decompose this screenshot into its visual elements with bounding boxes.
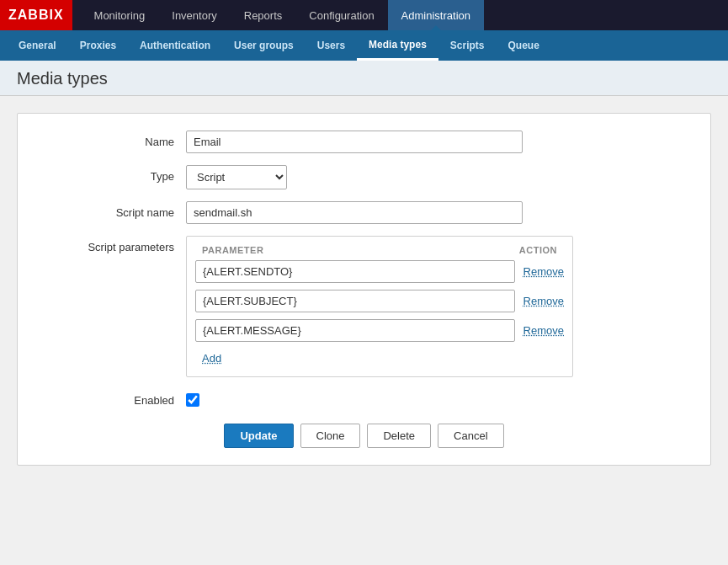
subnav-authentication[interactable]: Authentication bbox=[128, 30, 222, 61]
script-name-row: Script name bbox=[35, 201, 693, 224]
param-input-1[interactable] bbox=[195, 290, 515, 312]
param-col-header: PARAMETER bbox=[202, 245, 263, 255]
script-params-row: Script parameters PARAMETER ACTION Remov… bbox=[35, 236, 693, 377]
script-name-label: Script name bbox=[35, 201, 186, 219]
nav-configuration[interactable]: Configuration bbox=[295, 0, 387, 30]
param-row-1: Remove bbox=[195, 290, 564, 312]
param-input-0[interactable] bbox=[195, 260, 515, 283]
top-nav-items: Monitoring Inventory Reports Configurati… bbox=[81, 0, 484, 30]
remove-button-0[interactable]: Remove bbox=[523, 265, 564, 278]
sub-navigation: General Proxies Authentication User grou… bbox=[0, 30, 728, 61]
form-container: Name Type Script Email SMS Jabber Ez Tex… bbox=[17, 113, 711, 466]
nav-inventory[interactable]: Inventory bbox=[158, 0, 230, 30]
params-area: PARAMETER ACTION Remove Remove Remove Ad… bbox=[186, 236, 573, 377]
type-select[interactable]: Script Email SMS Jabber Ez Texting bbox=[186, 165, 287, 189]
logo: ZABBIX bbox=[0, 0, 72, 30]
subnav-user-groups[interactable]: User groups bbox=[222, 30, 306, 61]
type-label: Type bbox=[35, 165, 186, 183]
page-header: Media types bbox=[0, 61, 728, 96]
enabled-label: Enabled bbox=[35, 389, 186, 407]
name-label: Name bbox=[35, 131, 186, 148]
subnav-general[interactable]: General bbox=[7, 30, 68, 61]
remove-button-2[interactable]: Remove bbox=[523, 324, 564, 337]
clone-button[interactable]: Clone bbox=[300, 424, 361, 448]
button-row: Update Clone Delete Cancel bbox=[35, 424, 693, 448]
param-input-2[interactable] bbox=[195, 319, 515, 342]
nav-monitoring[interactable]: Monitoring bbox=[81, 0, 159, 30]
script-name-input[interactable] bbox=[186, 201, 523, 224]
subnav-proxies[interactable]: Proxies bbox=[68, 30, 128, 61]
enabled-checkbox[interactable] bbox=[186, 393, 199, 407]
update-button[interactable]: Update bbox=[224, 424, 293, 448]
param-row-2: Remove bbox=[195, 319, 564, 342]
subnav-queue[interactable]: Queue bbox=[497, 30, 551, 61]
params-header: PARAMETER ACTION bbox=[195, 245, 564, 260]
enabled-row: Enabled bbox=[35, 389, 693, 407]
name-row: Name bbox=[35, 131, 693, 153]
action-col-header: ACTION bbox=[519, 245, 557, 255]
nav-reports[interactable]: Reports bbox=[231, 0, 296, 30]
page-title: Media types bbox=[17, 69, 711, 88]
subnav-users[interactable]: Users bbox=[306, 30, 357, 61]
delete-button[interactable]: Delete bbox=[367, 424, 431, 448]
add-button[interactable]: Add bbox=[195, 349, 228, 368]
remove-button-1[interactable]: Remove bbox=[523, 295, 564, 307]
script-params-label: Script parameters bbox=[35, 236, 186, 253]
subnav-scripts[interactable]: Scripts bbox=[438, 30, 497, 61]
add-row: Add bbox=[195, 349, 564, 368]
top-navigation: ZABBIX Monitoring Inventory Reports Conf… bbox=[0, 0, 728, 30]
nav-administration[interactable]: Administration bbox=[388, 0, 484, 30]
type-row: Type Script Email SMS Jabber Ez Texting bbox=[35, 165, 693, 189]
param-row-0: Remove bbox=[195, 260, 564, 283]
name-input[interactable] bbox=[186, 131, 523, 153]
cancel-button[interactable]: Cancel bbox=[438, 424, 503, 448]
subnav-media-types[interactable]: Media types bbox=[357, 30, 438, 61]
